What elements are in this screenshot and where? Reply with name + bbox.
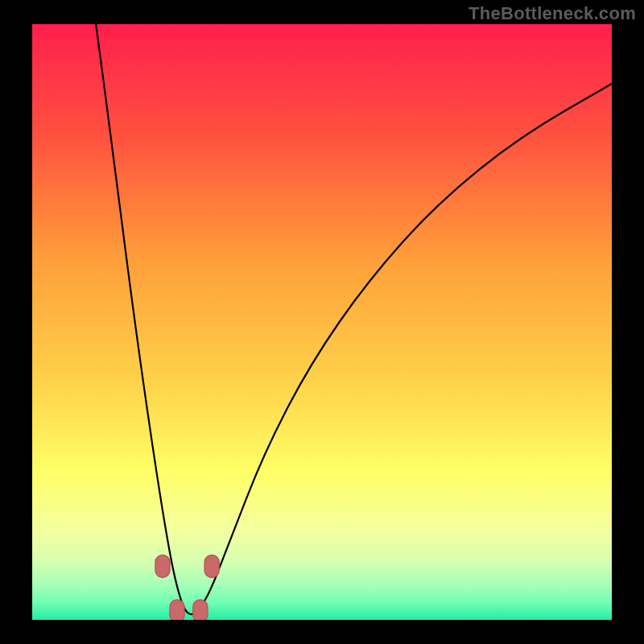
gradient-background xyxy=(32,24,612,620)
watermark-text: TheBottleneck.com xyxy=(469,3,636,24)
chart-frame: TheBottleneck.com xyxy=(0,0,644,644)
curve-marker xyxy=(170,600,184,620)
curve-marker xyxy=(204,555,219,577)
chart-plot xyxy=(32,24,612,620)
curve-marker xyxy=(155,555,170,577)
curve-marker xyxy=(193,600,208,620)
